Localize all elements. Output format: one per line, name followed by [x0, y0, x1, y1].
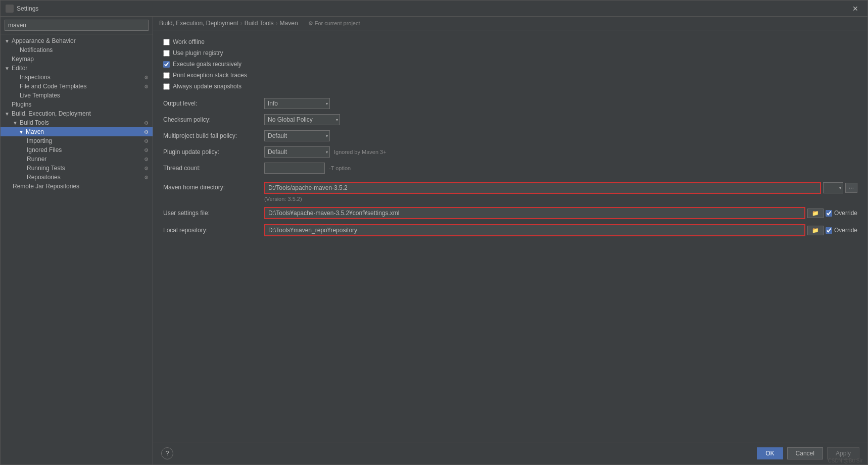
user-settings-file-row: User settings file: 📁 Override: [163, 207, 857, 219]
sidebar: ▼ Appearance & Behavior Notifications Ke…: [1, 17, 153, 464]
sidebar-item-maven[interactable]: ▼ Maven ⚙: [1, 127, 153, 136]
search-input[interactable]: [5, 20, 149, 31]
user-settings-override-checkbox[interactable]: [826, 210, 832, 217]
cancel-button[interactable]: Cancel: [787, 447, 823, 459]
sidebar-item-live-templates[interactable]: Live Templates: [1, 91, 153, 100]
sidebar-item-label: Running Tests: [27, 165, 144, 172]
local-repository-override-wrapper: Override: [826, 227, 857, 234]
sidebar-item-label: Remote Jar Repositories: [13, 183, 149, 190]
use-plugin-registry-label: Use plugin registry: [173, 49, 223, 57]
t-option-label: -T option: [329, 165, 351, 171]
breadcrumb-part-1: Build, Execution, Deployment: [159, 20, 238, 27]
expand-arrow: ▼: [13, 120, 19, 126]
settings-content: Work offline Use plugin registry Execute…: [153, 30, 867, 442]
sidebar-item-plugins[interactable]: Plugins: [1, 100, 153, 109]
multiproject-dropdown[interactable]: Default Fail at End Fail Never: [264, 130, 330, 141]
thread-count-label: Thread count:: [163, 165, 264, 172]
sidebar-item-running-tests[interactable]: Running Tests ⚙: [1, 164, 153, 173]
nav-tree: ▼ Appearance & Behavior Notifications Ke…: [1, 34, 153, 464]
work-offline-checkbox[interactable]: [163, 39, 170, 45]
sidebar-item-inspections[interactable]: Inspections ⚙: [1, 73, 153, 82]
help-button[interactable]: ?: [161, 447, 173, 459]
local-repository-browse-button[interactable]: 📁: [807, 226, 824, 235]
execute-goals-label: Execute goals recursively: [173, 61, 242, 68]
sidebar-item-file-code-templates[interactable]: File and Code Templates ⚙: [1, 82, 153, 91]
sidebar-item-label: File and Code Templates: [20, 83, 144, 90]
local-repository-override-label: Override: [834, 227, 857, 234]
checksum-policy-row: Checksum policy: No Global Policy Strict…: [163, 114, 857, 125]
sidebar-item-notifications[interactable]: Notifications: [1, 45, 153, 55]
maven-home-dropdown[interactable]: [823, 182, 843, 193]
breadcrumb: Build, Execution, Deployment › Build Too…: [153, 17, 867, 30]
expand-arrow: ▼: [19, 129, 25, 135]
close-button[interactable]: ✕: [848, 3, 862, 15]
for-current-project-badge: ⚙ For current project: [308, 20, 360, 27]
breadcrumb-part-2: Build Tools: [245, 20, 274, 27]
local-repository-label: Local repository:: [163, 227, 264, 234]
plugin-update-policy-label: Plugin update policy:: [163, 148, 264, 156]
always-update-snapshots-row: Always update snapshots: [163, 83, 857, 90]
print-exception-checkbox[interactable]: [163, 72, 170, 79]
sidebar-item-label: Notifications: [20, 46, 149, 54]
user-settings-input[interactable]: [264, 207, 805, 219]
checksum-policy-field: No Global Policy Strict Lenient Ignore ▾: [264, 114, 857, 125]
settings-gear-icon: ⚙: [144, 157, 149, 162]
output-level-dropdown[interactable]: Info Debug Quiet: [264, 98, 330, 109]
thread-count-input[interactable]: [264, 163, 325, 174]
sidebar-item-build-tools[interactable]: ▼ Build Tools ⚙: [1, 118, 153, 127]
expand-arrow: ▼: [5, 38, 11, 44]
multiproject-build-fail-row: Multiproject build fail policy: Default …: [163, 130, 857, 141]
sidebar-item-repositories[interactable]: Repositories ⚙: [1, 173, 153, 182]
execute-goals-recursively-row: Execute goals recursively: [163, 61, 857, 68]
sidebar-item-build-execution-deployment[interactable]: ▼ Build, Execution, Deployment: [1, 109, 153, 118]
sidebar-item-label: Importing: [27, 137, 144, 144]
maven-home-input[interactable]: [264, 182, 821, 194]
maven-home-browse-button[interactable]: ···: [845, 183, 857, 193]
settings-gear-icon: ⚙: [144, 175, 149, 180]
breadcrumb-current: Maven: [280, 20, 298, 27]
settings-gear-icon: ⚙: [144, 75, 149, 80]
breadcrumb-separator: ›: [276, 20, 278, 27]
plugin-update-policy-field: Default Always Never ▾ Ignored by Maven …: [264, 146, 857, 158]
sidebar-item-keymap[interactable]: Keymap: [1, 55, 153, 64]
ok-button[interactable]: OK: [757, 447, 783, 459]
sidebar-item-runner[interactable]: Runner ⚙: [1, 154, 153, 164]
thread-count-row: Thread count: -T option: [163, 163, 857, 174]
user-settings-browse-button[interactable]: 📁: [807, 209, 824, 218]
sidebar-item-label: Build Tools: [20, 119, 144, 126]
use-plugin-registry-row: Use plugin registry: [163, 49, 857, 57]
checksum-policy-dropdown[interactable]: No Global Policy Strict Lenient Ignore: [264, 114, 340, 125]
execute-goals-checkbox[interactable]: [163, 61, 170, 68]
settings-dialog: Settings ✕ ▼ Appearance & Behavior Notif…: [0, 0, 868, 465]
app-icon: [6, 5, 14, 13]
sidebar-item-ignored-files[interactable]: Ignored Files ⚙: [1, 145, 153, 154]
user-settings-override-label: Override: [834, 210, 857, 217]
use-plugin-registry-checkbox[interactable]: [163, 50, 170, 57]
sidebar-item-label: Live Templates: [20, 92, 149, 99]
multiproject-field: Default Fail at End Fail Never ▾: [264, 130, 857, 141]
sidebar-item-importing[interactable]: Importing ⚙: [1, 136, 153, 145]
plugin-update-dropdown[interactable]: Default Always Never: [264, 146, 330, 158]
user-settings-label: User settings file:: [163, 210, 264, 217]
expand-arrow: ▼: [5, 111, 11, 117]
settings-gear-icon: ⚙: [144, 138, 149, 144]
search-box: [1, 17, 153, 34]
print-exception-label: Print exception stack traces: [173, 72, 247, 79]
always-update-checkbox[interactable]: [163, 83, 170, 90]
sidebar-item-editor[interactable]: ▼ Editor: [1, 64, 153, 73]
ignored-by-maven-label: Ignored by Maven 3+: [334, 149, 387, 155]
sidebar-item-label: Ignored Files: [27, 146, 144, 153]
title-bar: Settings ✕: [1, 1, 867, 17]
sidebar-item-appearance-behavior[interactable]: ▼ Appearance & Behavior: [1, 36, 153, 45]
local-repository-override-checkbox[interactable]: [826, 227, 832, 234]
local-repository-input[interactable]: [264, 224, 805, 236]
plugin-update-policy-row: Plugin update policy: Default Always Nev…: [163, 146, 857, 158]
user-settings-override-wrapper: Override: [826, 210, 857, 217]
maven-home-label: Maven home directory:: [163, 182, 264, 191]
maven-version-text: (Version: 3.5.2): [264, 196, 857, 202]
local-repository-row: Local repository: 📁 Override: [163, 224, 857, 236]
sidebar-item-label: Editor: [12, 65, 149, 72]
sidebar-item-remote-jar-repositories[interactable]: Remote Jar Repositories: [1, 182, 153, 191]
always-update-label: Always update snapshots: [173, 83, 242, 90]
sidebar-item-label: Keymap: [12, 56, 149, 63]
